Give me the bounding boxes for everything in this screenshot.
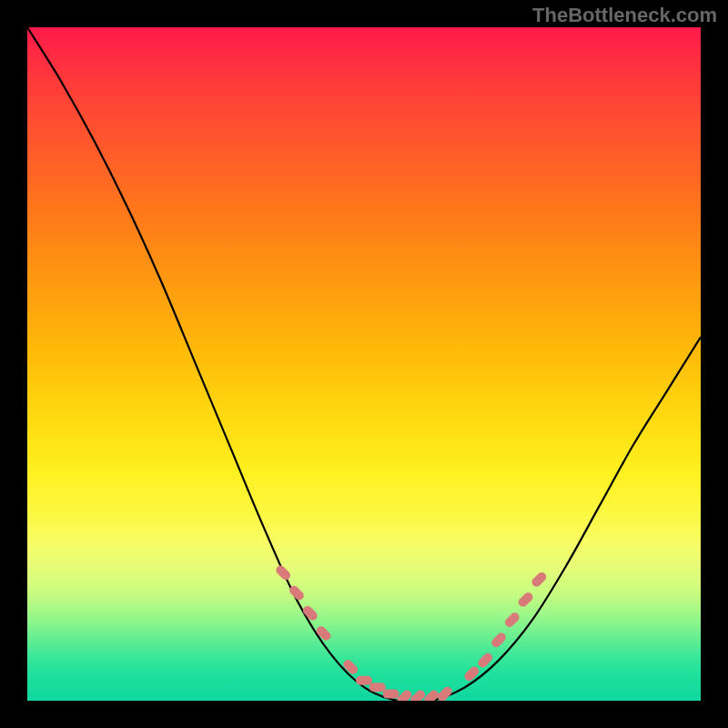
watermark-text: TheBottleneck.com: [532, 4, 717, 27]
marker-point: [315, 624, 333, 642]
marker-point: [436, 685, 454, 701]
bottleneck-curve: [27, 27, 701, 701]
marker-point: [356, 676, 372, 685]
marker-point: [341, 658, 359, 676]
marker-point: [517, 591, 535, 609]
marker-point: [383, 690, 399, 699]
marker-point: [369, 682, 386, 692]
marker-point: [409, 688, 427, 701]
marker-point: [274, 564, 292, 582]
marker-point: [463, 665, 481, 683]
plot-area: [27, 27, 701, 701]
marker-point: [301, 604, 319, 622]
marker-point: [503, 611, 521, 629]
marker-point: [490, 632, 508, 650]
marker-point: [531, 571, 549, 589]
curve-svg: [27, 27, 701, 701]
